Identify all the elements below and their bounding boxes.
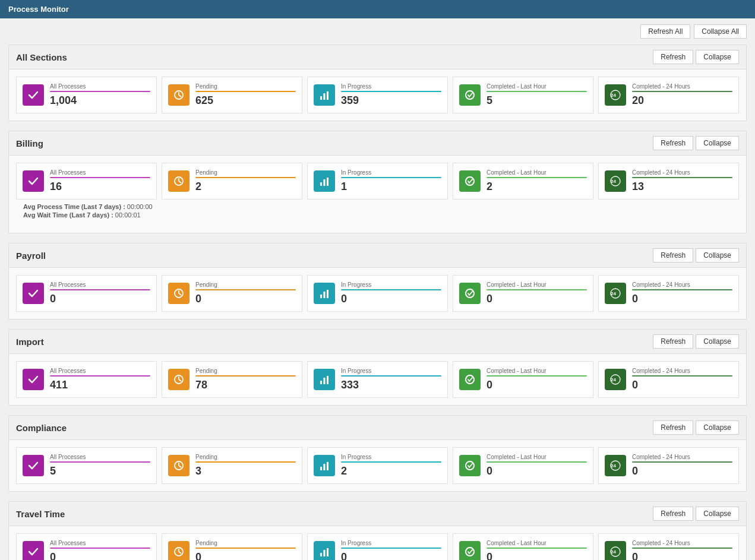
stat-icon-all <box>23 455 44 476</box>
stat-card-payroll-inprogress: In Progress0 <box>307 275 448 312</box>
refresh-button-compliance[interactable]: Refresh <box>653 420 693 435</box>
stat-label-payroll-completed-24: Completed - 24 Hours <box>632 281 732 288</box>
stat-value-compliance-inprogress: 2 <box>341 465 441 477</box>
stat-value-travel-time-pending: 0 <box>195 551 296 560</box>
stat-value-import-completed-24: 0 <box>632 379 732 391</box>
stat-value-payroll-inprogress: 0 <box>341 293 441 305</box>
stat-card-billing-inprogress: In Progress1 <box>307 163 448 200</box>
stat-card-import-all: All Processes411 <box>16 361 157 398</box>
stat-value-payroll-pending: 0 <box>195 293 296 305</box>
stat-card-all-sections-completed-24: 24Completed - 24 Hours20 <box>598 77 739 113</box>
stat-info-billing-pending: Pending2 <box>195 169 296 193</box>
collapse-button-compliance[interactable]: Collapse <box>696 420 739 435</box>
stat-bar-billing-all <box>50 177 150 178</box>
stat-icon-pending <box>168 84 189 106</box>
refresh-button-billing[interactable]: Refresh <box>653 136 693 150</box>
section-body-all-sections: All Processes1,004Pending625In Progress3… <box>9 69 746 121</box>
section-extra-billing: Avg Process Time (Last 7 days) : 00:00:0… <box>16 200 739 226</box>
stat-icon-completed-24: 24 <box>605 455 626 476</box>
stat-label-all-sections-completed-24: Completed - 24 Hours <box>632 83 732 90</box>
stat-bar-compliance-completed-24 <box>632 461 732 463</box>
stat-label-travel-time-all: All Processes <box>50 540 150 546</box>
stat-info-travel-time-completed-24: Completed - 24 Hours0 <box>632 540 732 560</box>
svg-line-38 <box>179 466 181 467</box>
stat-value-all-sections-inprogress: 359 <box>341 94 441 107</box>
stat-value-travel-time-inprogress: 0 <box>341 551 441 560</box>
refresh-button-travel-time[interactable]: Refresh <box>653 507 693 521</box>
stat-card-travel-time-pending: Pending0 <box>162 533 302 560</box>
collapse-all-button[interactable]: Collapse All <box>694 24 747 39</box>
stat-bar-import-inprogress <box>341 375 441 377</box>
collapse-button-payroll[interactable]: Collapse <box>696 248 739 262</box>
stat-info-payroll-completed-24: Completed - 24 Hours0 <box>632 281 732 305</box>
stat-info-billing-all: All Processes16 <box>50 169 150 193</box>
stat-value-travel-time-all: 0 <box>50 551 150 560</box>
svg-rect-41 <box>327 462 328 470</box>
section-header-import: ImportRefreshCollapse <box>9 330 746 354</box>
section-title-compliance: Compliance <box>16 423 67 433</box>
stat-icon-completed-hour <box>459 84 481 106</box>
section-header-all-sections: All SectionsRefreshCollapse <box>9 45 746 69</box>
stat-card-all-sections-all: All Processes1,004 <box>16 77 157 113</box>
stat-bar-all-sections-all <box>50 91 150 92</box>
stat-bar-all-sections-pending <box>195 91 296 92</box>
section-all-sections: All SectionsRefreshCollapseAll Processes… <box>8 45 747 121</box>
stat-icon-pending <box>168 283 189 304</box>
svg-rect-50 <box>327 548 328 556</box>
stat-label-import-all: All Processes <box>50 368 150 374</box>
stat-icon-completed-24: 24 <box>605 283 626 304</box>
refresh-button-all-sections[interactable]: Refresh <box>653 50 693 64</box>
collapse-button-import[interactable]: Collapse <box>696 334 739 349</box>
stat-label-payroll-pending: Pending <box>195 281 296 288</box>
stat-bar-payroll-completed-hour <box>487 289 587 290</box>
refresh-all-button[interactable]: Refresh All <box>640 24 690 39</box>
stat-bar-travel-time-all <box>50 548 150 549</box>
stat-bar-billing-inprogress <box>341 177 441 178</box>
section-buttons-import: RefreshCollapse <box>653 334 739 349</box>
stat-label-compliance-inprogress: In Progress <box>341 454 441 460</box>
stat-label-billing-pending: Pending <box>195 169 296 176</box>
svg-rect-14 <box>327 178 328 186</box>
svg-rect-21 <box>320 295 322 298</box>
stats-row-billing: All Processes16Pending2In Progress1Compl… <box>16 163 739 200</box>
collapse-button-billing[interactable]: Collapse <box>696 136 739 150</box>
section-header-billing: BillingRefreshCollapse <box>9 131 746 156</box>
stat-bar-payroll-pending <box>195 289 296 290</box>
section-billing: BillingRefreshCollapseAll Processes16Pen… <box>8 131 747 233</box>
stat-label-all-sections-all: All Processes <box>50 83 150 90</box>
refresh-button-import[interactable]: Refresh <box>653 334 693 349</box>
stat-bar-import-pending <box>195 375 296 377</box>
collapse-button-all-sections[interactable]: Collapse <box>696 50 739 64</box>
section-buttons-payroll: RefreshCollapse <box>653 248 739 262</box>
stat-label-payroll-completed-hour: Completed - Last Hour <box>487 281 587 288</box>
section-buttons-all-sections: RefreshCollapse <box>653 50 739 64</box>
stat-icon-inprogress <box>314 170 335 192</box>
stats-row-travel-time: All Processes0Pending0In Progress0Comple… <box>16 533 739 560</box>
stat-info-payroll-pending: Pending0 <box>195 281 296 305</box>
section-header-compliance: ComplianceRefreshCollapse <box>9 416 746 440</box>
section-buttons-travel-time: RefreshCollapse <box>653 507 739 521</box>
stat-info-compliance-completed-24: Completed - 24 Hours0 <box>632 454 732 477</box>
stat-value-compliance-completed-24: 0 <box>632 465 732 477</box>
stat-value-billing-all: 16 <box>50 181 150 193</box>
stat-icon-completed-hour <box>459 455 481 476</box>
stat-info-import-inprogress: In Progress333 <box>341 368 441 391</box>
stat-bar-import-completed-24 <box>632 375 732 377</box>
stat-label-travel-time-inprogress: In Progress <box>341 540 441 546</box>
stat-label-all-sections-pending: Pending <box>195 83 296 90</box>
stat-icon-completed-24: 24 <box>605 84 626 106</box>
section-body-billing: All Processes16Pending2In Progress1Compl… <box>9 156 746 233</box>
collapse-button-travel-time[interactable]: Collapse <box>696 507 739 521</box>
svg-line-20 <box>179 293 181 295</box>
stat-icon-completed-hour <box>459 369 481 390</box>
stat-card-travel-time-completed-24: 24Completed - 24 Hours0 <box>598 533 739 560</box>
stat-label-travel-time-completed-24: Completed - 24 Hours <box>632 540 732 546</box>
stat-card-payroll-all: All Processes0 <box>16 275 157 312</box>
avg-wait-billing: Avg Wait Time (Last 7 days) : 00:00:01 <box>23 211 732 219</box>
stat-info-import-all: All Processes411 <box>50 368 150 391</box>
refresh-button-payroll[interactable]: Refresh <box>653 248 693 262</box>
stat-card-travel-time-inprogress: In Progress0 <box>307 533 448 560</box>
stat-card-compliance-completed-hour: Completed - Last Hour0 <box>453 447 593 484</box>
stat-value-import-completed-hour: 0 <box>487 379 587 391</box>
section-buttons-compliance: RefreshCollapse <box>653 420 739 435</box>
